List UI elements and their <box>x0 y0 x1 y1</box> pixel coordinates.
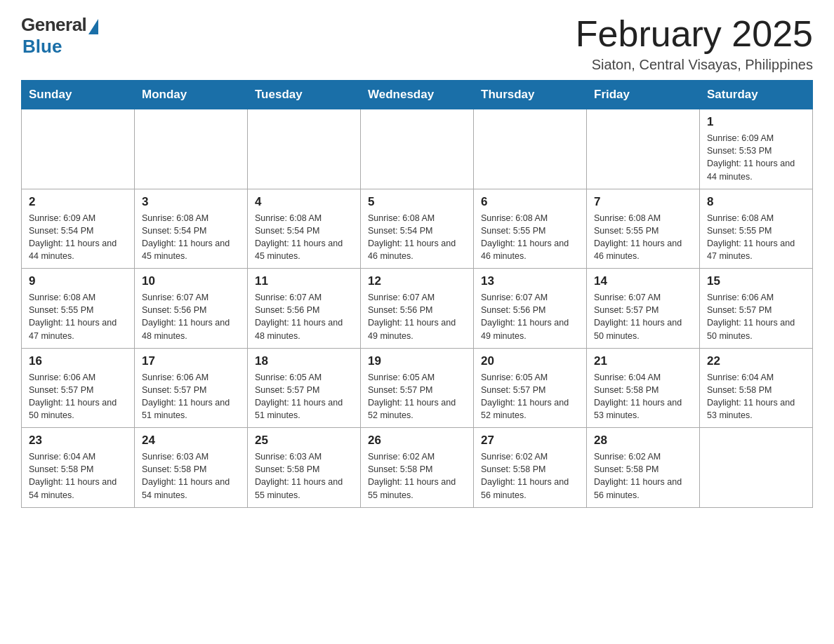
calendar-day-cell: 8Sunrise: 6:08 AM Sunset: 5:55 PM Daylig… <box>700 189 813 269</box>
day-info: Sunrise: 6:08 AM Sunset: 5:55 PM Dayligh… <box>481 212 579 263</box>
day-number: 18 <box>255 354 353 368</box>
logo-triangle-icon <box>88 19 98 34</box>
day-number: 15 <box>707 274 805 288</box>
calendar-week-row: 9Sunrise: 6:08 AM Sunset: 5:55 PM Daylig… <box>22 269 813 349</box>
weekday-header-tuesday: Tuesday <box>248 81 361 109</box>
day-info: Sunrise: 6:02 AM Sunset: 5:58 PM Dayligh… <box>481 450 579 502</box>
day-number: 14 <box>594 274 692 288</box>
day-number: 8 <box>707 195 805 209</box>
calendar-day-cell: 9Sunrise: 6:08 AM Sunset: 5:55 PM Daylig… <box>22 269 135 349</box>
day-info: Sunrise: 6:08 AM Sunset: 5:54 PM Dayligh… <box>368 212 466 263</box>
weekday-header-thursday: Thursday <box>474 81 587 109</box>
logo-blue-text: Blue <box>22 36 62 58</box>
day-number: 26 <box>368 434 466 448</box>
calendar-day-cell <box>474 109 587 189</box>
calendar-day-cell: 12Sunrise: 6:07 AM Sunset: 5:56 PM Dayli… <box>361 269 474 349</box>
day-info: Sunrise: 6:04 AM Sunset: 5:58 PM Dayligh… <box>29 450 127 502</box>
calendar-body: 1Sunrise: 6:09 AM Sunset: 5:53 PM Daylig… <box>22 109 813 508</box>
calendar-week-row: 23Sunrise: 6:04 AM Sunset: 5:58 PM Dayli… <box>22 428 813 508</box>
day-number: 2 <box>29 195 127 209</box>
calendar-day-cell: 27Sunrise: 6:02 AM Sunset: 5:58 PM Dayli… <box>474 428 587 508</box>
day-number: 25 <box>255 434 353 448</box>
calendar-day-cell <box>248 109 361 189</box>
day-info: Sunrise: 6:08 AM Sunset: 5:55 PM Dayligh… <box>29 291 127 342</box>
calendar-day-cell: 26Sunrise: 6:02 AM Sunset: 5:58 PM Dayli… <box>361 428 474 508</box>
calendar-day-cell <box>361 109 474 189</box>
calendar-day-cell: 17Sunrise: 6:06 AM Sunset: 5:57 PM Dayli… <box>135 348 248 428</box>
day-number: 19 <box>368 354 466 368</box>
calendar-day-cell: 5Sunrise: 6:08 AM Sunset: 5:54 PM Daylig… <box>361 189 474 269</box>
day-number: 10 <box>142 274 240 288</box>
day-info: Sunrise: 6:09 AM Sunset: 5:54 PM Dayligh… <box>29 212 127 263</box>
day-info: Sunrise: 6:04 AM Sunset: 5:58 PM Dayligh… <box>707 371 805 422</box>
calendar-week-row: 2Sunrise: 6:09 AM Sunset: 5:54 PM Daylig… <box>22 189 813 269</box>
calendar-day-cell: 18Sunrise: 6:05 AM Sunset: 5:57 PM Dayli… <box>248 348 361 428</box>
day-number: 16 <box>29 354 127 368</box>
calendar-day-cell: 3Sunrise: 6:08 AM Sunset: 5:54 PM Daylig… <box>135 189 248 269</box>
calendar-day-cell: 11Sunrise: 6:07 AM Sunset: 5:56 PM Dayli… <box>248 269 361 349</box>
weekday-header-row: SundayMondayTuesdayWednesdayThursdayFrid… <box>22 81 813 109</box>
calendar-header: SundayMondayTuesdayWednesdayThursdayFrid… <box>22 81 813 109</box>
day-info: Sunrise: 6:05 AM Sunset: 5:57 PM Dayligh… <box>368 371 466 422</box>
day-info: Sunrise: 6:07 AM Sunset: 5:56 PM Dayligh… <box>255 291 353 342</box>
day-number: 17 <box>142 354 240 368</box>
day-number: 1 <box>707 115 805 129</box>
day-number: 20 <box>481 354 579 368</box>
calendar-day-cell: 6Sunrise: 6:08 AM Sunset: 5:55 PM Daylig… <box>474 189 587 269</box>
calendar-day-cell: 24Sunrise: 6:03 AM Sunset: 5:58 PM Dayli… <box>135 428 248 508</box>
calendar-day-cell <box>22 109 135 189</box>
day-info: Sunrise: 6:07 AM Sunset: 5:57 PM Dayligh… <box>594 291 692 342</box>
page-header: General Blue February 2025 Siaton, Centr… <box>21 14 813 73</box>
calendar-day-cell: 2Sunrise: 6:09 AM Sunset: 5:54 PM Daylig… <box>22 189 135 269</box>
day-info: Sunrise: 6:02 AM Sunset: 5:58 PM Dayligh… <box>368 450 466 502</box>
day-info: Sunrise: 6:08 AM Sunset: 5:55 PM Dayligh… <box>707 212 805 263</box>
day-info: Sunrise: 6:07 AM Sunset: 5:56 PM Dayligh… <box>142 291 240 342</box>
calendar-day-cell: 22Sunrise: 6:04 AM Sunset: 5:58 PM Dayli… <box>700 348 813 428</box>
day-number: 11 <box>255 274 353 288</box>
calendar-day-cell <box>700 428 813 508</box>
calendar-day-cell: 21Sunrise: 6:04 AM Sunset: 5:58 PM Dayli… <box>587 348 700 428</box>
calendar-title: February 2025 <box>576 14 813 54</box>
day-number: 5 <box>368 195 466 209</box>
day-info: Sunrise: 6:06 AM Sunset: 5:57 PM Dayligh… <box>142 371 240 422</box>
day-info: Sunrise: 6:03 AM Sunset: 5:58 PM Dayligh… <box>255 450 353 502</box>
weekday-header-sunday: Sunday <box>22 81 135 109</box>
title-section: February 2025 Siaton, Central Visayas, P… <box>576 14 813 73</box>
day-number: 22 <box>707 354 805 368</box>
calendar-day-cell: 7Sunrise: 6:08 AM Sunset: 5:55 PM Daylig… <box>587 189 700 269</box>
calendar-day-cell <box>135 109 248 189</box>
calendar-day-cell: 13Sunrise: 6:07 AM Sunset: 5:56 PM Dayli… <box>474 269 587 349</box>
day-number: 4 <box>255 195 353 209</box>
calendar-subtitle: Siaton, Central Visayas, Philippines <box>576 57 813 73</box>
day-number: 3 <box>142 195 240 209</box>
calendar-day-cell: 14Sunrise: 6:07 AM Sunset: 5:57 PM Dayli… <box>587 269 700 349</box>
calendar-day-cell: 4Sunrise: 6:08 AM Sunset: 5:54 PM Daylig… <box>248 189 361 269</box>
day-info: Sunrise: 6:06 AM Sunset: 5:57 PM Dayligh… <box>707 291 805 342</box>
day-info: Sunrise: 6:02 AM Sunset: 5:58 PM Dayligh… <box>594 450 692 502</box>
day-info: Sunrise: 6:05 AM Sunset: 5:57 PM Dayligh… <box>255 371 353 422</box>
calendar-day-cell: 28Sunrise: 6:02 AM Sunset: 5:58 PM Dayli… <box>587 428 700 508</box>
day-number: 21 <box>594 354 692 368</box>
day-number: 6 <box>481 195 579 209</box>
day-info: Sunrise: 6:08 AM Sunset: 5:55 PM Dayligh… <box>594 212 692 263</box>
calendar-day-cell: 20Sunrise: 6:05 AM Sunset: 5:57 PM Dayli… <box>474 348 587 428</box>
day-info: Sunrise: 6:05 AM Sunset: 5:57 PM Dayligh… <box>481 371 579 422</box>
day-number: 28 <box>594 434 692 448</box>
day-number: 13 <box>481 274 579 288</box>
calendar-day-cell: 15Sunrise: 6:06 AM Sunset: 5:57 PM Dayli… <box>700 269 813 349</box>
day-number: 7 <box>594 195 692 209</box>
day-info: Sunrise: 6:07 AM Sunset: 5:56 PM Dayligh… <box>481 291 579 342</box>
weekday-header-monday: Monday <box>135 81 248 109</box>
day-info: Sunrise: 6:03 AM Sunset: 5:58 PM Dayligh… <box>142 450 240 502</box>
weekday-header-saturday: Saturday <box>700 81 813 109</box>
day-number: 27 <box>481 434 579 448</box>
calendar-week-row: 1Sunrise: 6:09 AM Sunset: 5:53 PM Daylig… <box>22 109 813 189</box>
weekday-header-wednesday: Wednesday <box>361 81 474 109</box>
day-info: Sunrise: 6:04 AM Sunset: 5:58 PM Dayligh… <box>594 371 692 422</box>
day-number: 12 <box>368 274 466 288</box>
logo: General Blue <box>21 14 98 58</box>
calendar-day-cell: 19Sunrise: 6:05 AM Sunset: 5:57 PM Dayli… <box>361 348 474 428</box>
weekday-header-friday: Friday <box>587 81 700 109</box>
day-number: 23 <box>29 434 127 448</box>
calendar-day-cell: 10Sunrise: 6:07 AM Sunset: 5:56 PM Dayli… <box>135 269 248 349</box>
